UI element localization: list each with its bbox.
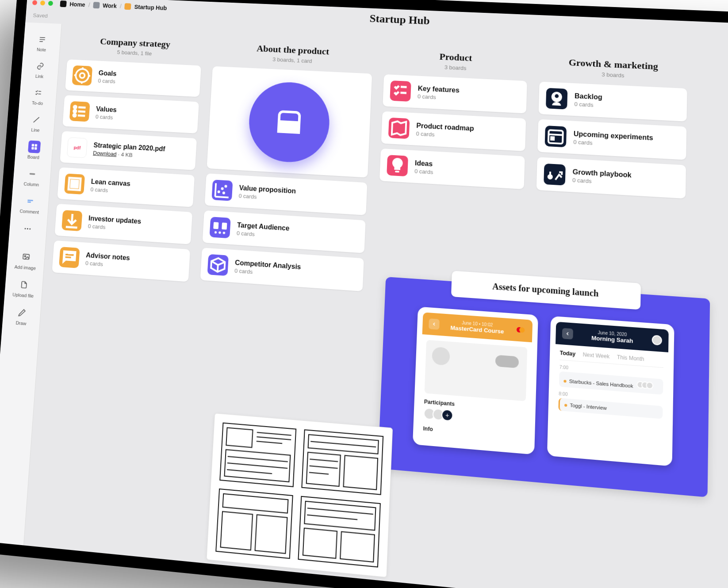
breadcrumb-work[interactable]: Work: [103, 2, 117, 9]
column-company-strategy: Company strategy5 boards, 1 file Goals0 …: [52, 35, 203, 282]
board-card-product-roadmap[interactable]: Product roadmap0 cards: [381, 111, 526, 151]
tool-link[interactable]: Link: [25, 56, 55, 83]
svg-rect-10: [29, 173, 34, 175]
assets-panel[interactable]: Assets for upcoming launch June 10 • 10:…: [378, 277, 710, 497]
svg-line-71: [310, 466, 338, 469]
svg-rect-81: [303, 528, 337, 558]
back-icon[interactable]: [562, 328, 573, 340]
file-card-strategic-plan[interactable]: pdfStrategic plan 2020.pdfDownload · 4 K…: [60, 131, 197, 170]
square-icon: [64, 173, 85, 195]
svg-rect-57: [226, 428, 253, 447]
breadcrumb[interactable]: Home / Work / Startup Hub: [60, 0, 167, 11]
svg-rect-69: [344, 455, 378, 489]
svg-rect-76: [255, 515, 287, 554]
tool-line[interactable]: Line: [20, 110, 51, 137]
schedule-tabs[interactable]: Today Next Week This Month: [559, 350, 663, 368]
tool-note[interactable]: Note: [27, 30, 57, 56]
breadcrumb-home[interactable]: Home: [69, 1, 85, 8]
svg-line-79: [307, 508, 373, 514]
svg-rect-11: [27, 200, 33, 201]
svg-line-63: [227, 463, 287, 468]
svg-point-23: [73, 110, 76, 113]
wireframe-sketch[interactable]: [206, 413, 393, 577]
svg-line-60: [257, 441, 282, 443]
board-card-target-audience[interactable]: Target Audience0 cards: [203, 210, 366, 253]
home-icon: [60, 0, 66, 7]
board-card-values[interactable]: Values0 cards: [62, 95, 199, 134]
map-icon: [388, 118, 410, 139]
hero-card[interactable]: [207, 66, 372, 178]
svg-line-26: [78, 115, 85, 116]
svg-rect-68: [307, 452, 341, 486]
maximize-window-icon[interactable]: [48, 1, 54, 6]
add-participant-button[interactable]: +: [441, 409, 453, 422]
svg-line-80: [307, 515, 357, 520]
tool-upload-file[interactable]: Upload file: [8, 274, 39, 302]
tool-comment[interactable]: Comment: [14, 191, 45, 218]
svg-rect-40: [222, 222, 227, 229]
board-card-ideas[interactable]: Ideas0 cards: [379, 149, 525, 189]
tab-this-month[interactable]: This Month: [617, 354, 644, 363]
head-icon: [546, 88, 567, 110]
board-card-competitor-analysis[interactable]: Competitor Analysis0 cards: [200, 248, 364, 291]
svg-line-67: [310, 441, 376, 447]
board-card-lean-canvas[interactable]: Lean canvas0 cards: [57, 167, 195, 207]
info-label: Info: [423, 425, 525, 440]
list-icon: [69, 101, 90, 122]
board-card-advisor-notes[interactable]: Advisor notes0 cards: [52, 241, 190, 282]
svg-point-37: [224, 185, 227, 187]
folder-icon: [93, 2, 100, 8]
breadcrumb-current[interactable]: Startup Hub: [134, 4, 167, 11]
minimize-window-icon[interactable]: [40, 0, 46, 5]
tool-more[interactable]: •••: [13, 218, 43, 239]
column-about-product: About the product3 boards, 1 card Value …: [200, 41, 373, 294]
back-icon[interactable]: [429, 318, 440, 330]
svg-point-21: [74, 106, 77, 108]
download-icon: [61, 210, 82, 231]
board-card-goals[interactable]: Goals0 cards: [65, 59, 201, 97]
avatar: [652, 335, 662, 345]
tool-board[interactable]: Board: [19, 137, 50, 164]
pdf-icon: pdf: [67, 137, 88, 158]
svg-rect-8: [31, 147, 34, 150]
svg-rect-6: [31, 144, 34, 147]
svg-rect-12: [27, 202, 31, 203]
svg-rect-39: [213, 222, 218, 229]
svg-point-38: [222, 191, 225, 194]
board-card-backlog[interactable]: Backlog0 cards: [539, 82, 687, 122]
board-card-investor-updates[interactable]: Investor updates0 cards: [54, 204, 192, 244]
svg-line-46: [400, 93, 406, 93]
column-product: Product3 boards Key features0 cards Prod…: [375, 49, 528, 305]
scatter-icon: [211, 179, 233, 201]
svg-point-42: [218, 231, 221, 234]
svg-rect-32: [279, 122, 299, 133]
svg-point-43: [223, 232, 226, 234]
tool-column[interactable]: Column: [16, 164, 47, 191]
svg-rect-75: [221, 512, 253, 550]
board-card-key-features[interactable]: Key features0 cards: [383, 74, 527, 114]
board-card-growth-playbook[interactable]: Growth playbook0 cards: [536, 157, 686, 199]
tab-today[interactable]: Today: [560, 350, 576, 357]
folder-icon: [124, 3, 131, 10]
tool-draw[interactable]: Draw: [6, 302, 37, 330]
svg-line-45: [401, 87, 407, 87]
tab-next-week[interactable]: Next Week: [583, 351, 610, 360]
svg-line-64: [227, 470, 272, 473]
window-controls[interactable]: [32, 0, 53, 6]
calendar-icon: [545, 126, 567, 147]
close-window-icon[interactable]: [32, 0, 38, 5]
tool-add-image[interactable]: Add image: [10, 246, 41, 274]
svg-line-5: [33, 117, 39, 123]
download-link[interactable]: Download: [93, 149, 117, 157]
tool-todo[interactable]: To-do: [23, 83, 53, 109]
svg-line-34: [215, 197, 228, 198]
svg-point-16: [80, 73, 85, 78]
board-canvas[interactable]: Company strategy5 boards, 1 file Goals0 …: [24, 24, 728, 588]
svg-line-62: [228, 456, 288, 462]
board-card-value-proposition[interactable]: Value proposition0 cards: [205, 173, 368, 215]
svg-rect-9: [34, 147, 37, 150]
svg-line-24: [78, 111, 85, 112]
svg-point-35: [217, 191, 220, 193]
board-card-upcoming-experiments[interactable]: Upcoming experiments0 cards: [537, 119, 686, 160]
svg-line-33: [215, 183, 216, 196]
